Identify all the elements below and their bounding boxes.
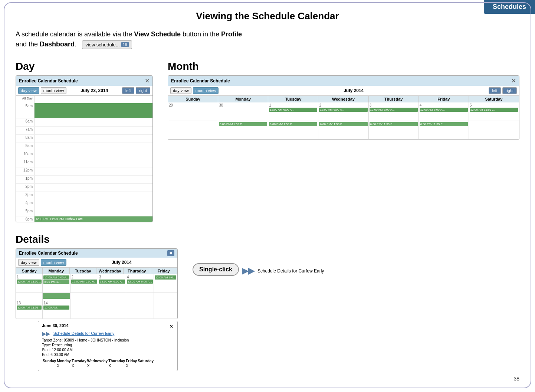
day-view-button[interactable]: day view — [18, 87, 39, 94]
single-click-label: Single-click — [193, 263, 239, 276]
month-cell: 30 — [218, 102, 268, 121]
day-right-button[interactable]: right — [136, 87, 150, 94]
details-month-view-button[interactable]: month view — [41, 259, 67, 266]
popup-arrow-icon: ▶▶ — [42, 331, 50, 337]
popup-header: June 30, 2014 ✕ — [42, 323, 174, 329]
details-event: 12:00 AM-6:0... — [155, 275, 176, 280]
details-cal-header: Enrollee Calendar Schedule ■ — [16, 249, 177, 258]
single-click-row: Single-click ▶▶ Schedule Details for Cur… — [193, 263, 324, 279]
details-days-header: Sunday Monday Tuesday Wednesday Thursday… — [16, 268, 177, 274]
month-cal-toolbar: day view month view July 2014 left right — [168, 86, 519, 95]
details-cell[interactable]: 13 12:00 AM-11:59 = — [16, 300, 43, 319]
details-cell — [43, 293, 70, 300]
details-cell — [154, 293, 177, 300]
main-container: Viewing the Schedule Calendar A schedule… — [4, 2, 531, 388]
month-right-button[interactable]: right — [502, 87, 517, 94]
details-popup: June 30, 2014 ✕ ▶▶ Schedule Details for … — [38, 321, 178, 371]
details-cell[interactable]: 1 12:00 AM-11:55... — [16, 274, 43, 293]
day-left-button[interactable]: left — [122, 87, 134, 94]
day-row-4pm: 4pm — [16, 200, 152, 208]
month-title: Month — [168, 61, 519, 72]
details-cell — [126, 300, 154, 319]
month-grid: 29 30 1 12:00 AM-6:00 A... 2 12:00 AM-6:… — [168, 102, 519, 140]
details-grid: 1 12:00 AM-11:55... 12:00 AM-6:00 A... 6… — [16, 274, 177, 319]
arrow-icon: ▶▶ — [242, 266, 255, 276]
details-day-view-button[interactable]: day view — [18, 259, 39, 266]
day-row-7am: 7am — [16, 127, 152, 135]
day-row-11am: 11am — [16, 159, 152, 167]
popup-days-header-row: Sunday Monday Tuesday Wednesday Thursday… — [43, 359, 154, 363]
month-cell[interactable]: 6:00 PM-11:59 P... — [218, 121, 268, 140]
details-two-col: Enrollee Calendar Schedule ■ day view mo… — [16, 248, 519, 371]
details-event: 12:00 AM-6:00 A... — [43, 275, 69, 280]
day-row-8am: 8am — [16, 135, 152, 143]
month-event-late: 6:00 PM-11:59 P... — [219, 122, 267, 126]
month-event: 12:00 AM-6:00 A... — [370, 108, 418, 112]
month-event: 12:00 AM-11:59 ... — [470, 108, 518, 112]
details-cell — [70, 300, 98, 319]
day-row-2pm: 2pm — [16, 184, 152, 192]
day-month-view-button[interactable]: month view — [41, 87, 67, 94]
intro-text: A schedule calendar is available via the… — [16, 29, 519, 49]
month-cell[interactable]: 6:00 PM-11:59 P... — [419, 121, 469, 140]
single-click-description: Schedule Details for Curfew Early — [257, 268, 324, 274]
day-row-10am: 10am — [16, 151, 152, 159]
day-month-section: Day Enrollee Calendar Schedule ✕ day vie… — [16, 61, 519, 222]
details-cell[interactable]: 3 12:00 AM-6:00 A... — [98, 274, 126, 293]
details-cell[interactable]: 12:00 AM-6:0... — [154, 274, 177, 293]
month-event-late: 6:00 PM-11:59 P... — [420, 122, 468, 126]
month-event-late: 6:00 PM-11:59 P... — [370, 122, 418, 126]
popup-start: Start: 12:00:00 AM — [42, 348, 174, 352]
popup-link-row: ▶▶ Schedule Details for Curfew Early — [42, 331, 174, 337]
month-event-late: 6:00 PM-11:59 P... — [319, 122, 367, 126]
day-cal-body: All Day 5am 6am — [16, 95, 152, 222]
day-row-3pm: 3pm — [16, 192, 152, 200]
month-cal-body: Sunday Monday Tuesday Wednesday Thursday… — [168, 95, 519, 140]
day-title: Day — [16, 61, 153, 72]
month-days-header: Sunday Monday Tuesday Wednesday Thursday… — [168, 96, 519, 102]
details-event: 12:00 AM... — [43, 306, 69, 310]
day-cal-toolbar: day view month view July 23, 2014 left r… — [16, 86, 152, 95]
day-close-button[interactable]: ✕ — [145, 77, 150, 84]
details-cell — [126, 293, 154, 300]
month-cell[interactable]: 6:00 PM-11:59 P... — [268, 121, 318, 140]
allday-label: All Day — [16, 96, 35, 103]
day-row-12pm: 12pm — [16, 167, 152, 176]
month-close-button[interactable]: ✕ — [511, 77, 516, 84]
details-close-button[interactable]: ■ — [167, 250, 174, 256]
month-cell[interactable]: 5 12:00 AM-11:59 ... — [469, 102, 519, 121]
month-cell[interactable]: 6:00 PM-11:59 P... — [369, 121, 419, 140]
details-cell[interactable]: 12:00 AM-6:00 A... 6:00 PM-1... — [43, 274, 70, 293]
month-cell[interactable]: 1 12:00 AM-6:00 A... — [268, 102, 318, 121]
month-day-view-button[interactable]: day view — [170, 87, 191, 94]
month-calendar: Enrollee Calendar Schedule ✕ day view mo… — [168, 75, 519, 140]
month-cell[interactable]: 3 12:00 AM-6:00 A... — [369, 102, 419, 121]
month-month-view-button[interactable]: month view — [193, 87, 219, 94]
popup-schedule-link[interactable]: Schedule Details for Curfew Early — [53, 331, 114, 336]
day-row-6am: 6am — [16, 118, 152, 127]
month-left-button[interactable]: left — [489, 87, 501, 94]
details-calendar: Enrollee Calendar Schedule ■ day view mo… — [16, 248, 178, 319]
month-cell[interactable]: 4 12:00 AM-6:00 A... — [419, 102, 469, 121]
day-scroll[interactable]: 5am 6am 7am — [16, 103, 152, 222]
month-cell[interactable]: 2 12:00 AM-6:00 A... — [318, 102, 368, 121]
month-cell — [168, 121, 218, 140]
month-cell[interactable]: 6:00 PM-11:59 P... — [318, 121, 368, 140]
day-calendar: Enrollee Calendar Schedule ✕ day view mo… — [16, 75, 153, 222]
day-event-5am — [35, 103, 152, 118]
month-cal-header: Enrollee Calendar Schedule ✕ — [168, 76, 519, 86]
details-cell[interactable]: 14 12:00 AM... — [43, 300, 70, 319]
details-cal-body: Sunday Monday Tuesday Wednesday Thursday… — [16, 267, 177, 319]
details-event: 12:00 AM-11:59 = — [17, 306, 42, 310]
month-event-late: 6:00 PM-11:59 P... — [269, 122, 317, 126]
details-event: 12:00 AM-6:00 A... — [99, 280, 125, 284]
popup-close-button[interactable]: ✕ — [169, 323, 174, 329]
view-schedule-button[interactable]: view schedule... 19 — [82, 40, 132, 49]
details-cell[interactable]: 4 12:00 AM-6:00 A... — [126, 274, 154, 293]
day-row-9am: 9am — [16, 143, 152, 151]
details-cell — [98, 293, 126, 300]
popup-target: Target Zone: 05809 - Home - JOHNSTON - I… — [42, 338, 174, 342]
day-row-6pm: 6pm 6:00 PM-11:59 PM Curfew Late — [16, 216, 152, 222]
details-cell — [16, 293, 43, 300]
details-cell[interactable]: 2 12:00 AM-6:00 A... — [70, 274, 98, 293]
